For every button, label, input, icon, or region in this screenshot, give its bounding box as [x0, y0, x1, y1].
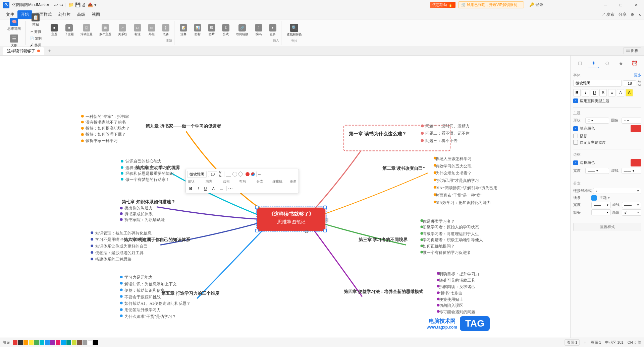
float-highlight-btn[interactable]: ...: [218, 186, 225, 191]
more-insert-btn[interactable]: ▾ 更多: [266, 23, 279, 38]
float-color-text-btn[interactable]: A: [210, 186, 216, 191]
color-swatch-purple[interactable]: [50, 340, 55, 345]
page-tab[interactable]: 页面-1: [591, 340, 601, 345]
font-increase-btn[interactable]: A↑: [219, 170, 223, 174]
relation-btn[interactable]: ↗ 关系线: [115, 23, 130, 38]
color-swatch-blue[interactable]: [45, 340, 50, 345]
branch-color-picker[interactable]: [591, 195, 597, 201]
hyperlink-btn[interactable]: 🔗 双向链接: [233, 23, 251, 38]
multitopic-btn[interactable]: ⊞ 多个主题: [97, 23, 114, 38]
reset-style-button[interactable]: 重置样式: [573, 223, 641, 231]
color-swatch-teal[interactable]: [66, 340, 71, 345]
note-btn[interactable]: 📝 注释: [177, 23, 190, 38]
color-swatch-white[interactable]: [88, 340, 93, 345]
arrow-style-selector[interactable]: — ▾: [591, 209, 611, 215]
panel-tab-theme[interactable]: ✦: [589, 58, 599, 68]
float-shape-rect-btn[interactable]: [226, 172, 231, 177]
settings-btn[interactable]: ⚙: [631, 12, 634, 17]
float-color-red[interactable]: [246, 172, 250, 176]
chart-btn[interactable]: 📊 图标: [191, 23, 204, 38]
float-more2-btn[interactable]: ⋯: [228, 186, 233, 191]
border-width-selector[interactable]: —— ▾: [585, 168, 609, 174]
float-underline-btn[interactable]: U: [202, 186, 209, 191]
color-swatch-red[interactable]: [13, 340, 17, 345]
float-more-btn[interactable]: ···: [258, 172, 261, 177]
bold-btn[interactable]: B: [573, 89, 581, 96]
menu-advanced[interactable]: 高级: [74, 10, 89, 19]
subtopic-btn[interactable]: ■ 子主题: [62, 23, 76, 38]
label-btn[interactable]: 🏷 标注: [131, 23, 144, 38]
corner-selector[interactable]: ⌐ ▾: [622, 118, 641, 124]
export-btn[interactable]: 📤: [88, 2, 93, 7]
code-btn[interactable]: # 编码: [252, 23, 265, 38]
menu-slide[interactable]: 幻灯片: [55, 10, 74, 19]
print-btn[interactable]: 🖨: [82, 2, 86, 7]
color-swatch-black[interactable]: [93, 340, 98, 345]
float-font-size[interactable]: 18: [208, 171, 217, 177]
highlight-btn[interactable]: A: [626, 89, 633, 96]
save-btn[interactable]: 💾: [75, 2, 80, 7]
mindmap-view-btn[interactable]: 🧠 思维导图: [5, 16, 23, 32]
branch-theme-dropdown[interactable]: ▾: [608, 196, 610, 200]
panel-toggle-btn[interactable]: ▤ 图板: [623, 47, 641, 54]
color-swatch-cyan[interactable]: [40, 340, 44, 345]
color-swatch-grey[interactable]: [83, 340, 87, 345]
border-color-checkbox[interactable]: ✓: [573, 160, 578, 165]
italic-btn[interactable]: I: [582, 89, 589, 96]
close-button[interactable]: ✕: [629, 0, 644, 10]
color-swatch-lightblue[interactable]: [61, 340, 66, 345]
taper-selector[interactable]: ↙ ▾: [622, 209, 641, 216]
apply-same-type-checkbox[interactable]: ✓: [573, 98, 578, 103]
minimize-button[interactable]: ─: [598, 0, 613, 10]
font-increase[interactable]: A↑: [638, 80, 641, 83]
shadow-checkbox[interactable]: [573, 134, 578, 138]
branch-width-selector[interactable]: —— ▾: [591, 202, 611, 208]
shape-selector[interactable]: □ ▾: [585, 118, 609, 124]
float-color-custom[interactable]: [251, 172, 255, 176]
add-tab-button[interactable]: +: [46, 47, 54, 55]
font-decrease-btn[interactable]: A↓: [219, 174, 223, 178]
float-italic-btn[interactable]: I: [196, 186, 201, 191]
color-swatch-lime[interactable]: [72, 340, 76, 345]
align-btn[interactable]: ≡: [608, 89, 615, 96]
font-name-selector[interactable]: 微软雅黑: [573, 80, 622, 87]
custom-width-checkbox[interactable]: [573, 140, 578, 145]
find-replace-btn[interactable]: 🔍 查找和替换: [284, 22, 305, 38]
outer-btn[interactable]: ▭ 外框: [145, 23, 158, 38]
paste-btn[interactable]: 📋 粘贴: [29, 12, 42, 28]
color-swatch-orange[interactable]: [23, 340, 28, 345]
font-decrease[interactable]: A↓: [638, 83, 641, 87]
undo-btn[interactable]: ↩: [54, 2, 58, 8]
publish-btn[interactable]: ↗ 发布: [601, 12, 614, 17]
float-font-selector[interactable]: 微软雅黑: [187, 171, 207, 178]
panel-tab-user[interactable]: ☺: [602, 58, 612, 68]
underline-btn[interactable]: U: [591, 89, 598, 96]
color-swatch-pink[interactable]: [56, 340, 60, 345]
branch-dash-selector[interactable]: —— ▾: [622, 202, 641, 208]
strikethrough-btn[interactable]: S: [599, 89, 607, 96]
more-quick-btn[interactable]: ▾: [94, 2, 97, 7]
color-swatch-brown[interactable]: [77, 340, 82, 345]
floating-btn[interactable]: ◱ 浮动主题: [78, 23, 95, 38]
menu-view[interactable]: 视图: [89, 10, 103, 19]
open-btn[interactable]: 📁: [68, 2, 74, 7]
image-btn[interactable]: 🖼 图片: [205, 23, 218, 38]
cut-btn[interactable]: ✂ 剪切: [29, 29, 43, 35]
vip-button[interactable]: 🛒 试用已到期，开通VIP解锁限制。: [458, 1, 524, 8]
font-color-btn[interactable]: A: [617, 89, 624, 96]
float-bold-btn[interactable]: B: [187, 185, 194, 192]
fill-color-picker[interactable]: [631, 125, 641, 132]
color-swatch-green[interactable]: [34, 340, 39, 345]
border-color-picker[interactable]: [631, 159, 641, 166]
float-shape-circle-btn[interactable]: [232, 172, 237, 177]
redo-btn[interactable]: ↪: [59, 2, 63, 8]
panel-tab-star[interactable]: ★: [616, 58, 626, 68]
color-swatch-dark[interactable]: [18, 340, 23, 345]
canvas-area[interactable]: 《这样读书就够了》 思维导图笔记 第一章 读书为什么这么难？ 问题一：没时间、没…: [0, 56, 570, 338]
summary-btn[interactable]: } 概要: [159, 23, 172, 38]
add-page-btn[interactable]: +: [584, 340, 586, 345]
copy-btn[interactable]: 📄 复制: [29, 36, 43, 42]
collapse-btn[interactable]: ∧: [638, 12, 641, 17]
color-swatch-yellow[interactable]: [29, 340, 34, 345]
formula-btn[interactable]: Σ 公式: [219, 23, 232, 38]
